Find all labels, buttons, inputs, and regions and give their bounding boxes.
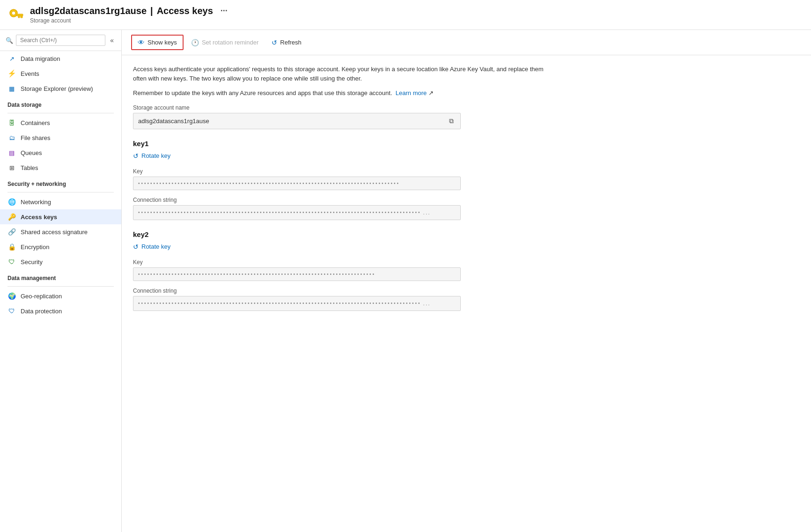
page-header: adlsg2datascans1rg1ause | Access keys ··… [0,0,811,30]
sidebar-label-encryption: Encryption [21,244,49,251]
copy-storage-account-name-button[interactable]: ⧉ [447,116,456,126]
sidebar-item-events[interactable]: ⚡ Events [0,66,121,81]
set-rotation-button[interactable]: 🕐 Set rotation reminder [185,36,264,49]
key-icon: 🔑 [7,213,16,221]
refresh-icon: ↺ [272,39,277,46]
security-networking-divider [7,192,114,192]
sidebar-label-tables: Tables [21,164,38,171]
description-text: Access keys authenticate your applicatio… [133,65,554,83]
sidebar-search-area: 🔍 « [0,30,121,51]
key1-key-masked: ••••••••••••••••••••••••••••••••••••••••… [138,181,400,186]
resource-type-label: Storage account [30,17,228,24]
resource-icon [7,7,24,23]
tables-icon: ⊞ [7,163,16,172]
key2-connection-string-field: ••••••••••••••••••••••••••••••••••••••••… [133,296,461,311]
lightning-icon: ⚡ [7,69,16,78]
set-rotation-label: Set rotation reminder [202,39,258,46]
storage-account-name-field: adlsg2datascans1rg1ause ⧉ [133,113,461,129]
sidebar-label-file-shares: File shares [21,134,51,141]
key1-rotate-button[interactable]: ↺ Rotate key [133,150,170,162]
data-management-section-label: Data management [0,269,121,284]
show-keys-label: Show keys [147,39,177,46]
sidebar-label-storage-explorer: Storage Explorer (preview) [21,85,93,92]
key2-title: key2 [133,230,800,238]
key1-key-field: ••••••••••••••••••••••••••••••••••••••••… [133,177,461,190]
sidebar-item-tables[interactable]: ⊞ Tables [0,160,121,175]
sidebar-item-networking[interactable]: 🌐 Networking [0,194,121,209]
sidebar-label-data-protection: Data protection [21,308,62,315]
sidebar-item-shared-access-signature[interactable]: 🔗 Shared access signature [0,224,121,239]
access-keys-content: Access keys authenticate your applicatio… [122,55,811,320]
containers-icon: 🗄 [7,118,16,127]
storage-account-name-value: adlsg2datascans1rg1ause [138,118,447,125]
search-input[interactable] [16,35,105,46]
sidebar-item-queues[interactable]: ▤ Queues [0,145,121,160]
key1-title: key1 [133,140,800,148]
key2-connection-string-label: Connection string [133,288,800,294]
learn-more-link[interactable]: Learn more [396,89,427,96]
rotate-key2-icon: ↺ [133,243,139,251]
sidebar-item-access-keys[interactable]: 🔑 Access keys [0,209,121,224]
sidebar-item-data-migration[interactable]: ↗ Data migration [0,51,121,66]
protection-icon: 🛡 [7,307,16,315]
sidebar-collapse-button[interactable]: « [108,35,116,46]
rotate-key1-icon: ↺ [133,152,139,160]
sidebar-item-containers[interactable]: 🗄 Containers [0,115,121,130]
sidebar-label-events: Events [21,70,39,77]
description-reminder: Remember to update the keys with any Azu… [133,89,554,98]
toolbar: 👁 Show keys 🕐 Set rotation reminder ↺ Re… [122,30,811,55]
refresh-button[interactable]: ↺ Refresh [266,36,307,49]
more-options-button[interactable]: ··· [221,6,228,16]
main-layout: 🔍 « ↗ Data migration ⚡ Events ▦ Storage … [0,30,811,532]
sidebar-label-queues: Queues [21,149,42,156]
refresh-label: Refresh [280,39,302,46]
key1-connection-masked: ••••••••••••••••••••••••••••••••••••••••… [138,210,421,215]
encryption-icon: 🔒 [7,243,16,251]
data-storage-divider [7,113,114,113]
key2-key-field: ••••••••••••••••••••••••••••••••••••••••… [133,267,461,281]
main-content: 👁 Show keys 🕐 Set rotation reminder ↺ Re… [122,30,811,532]
key2-rotate-button[interactable]: ↺ Rotate key [133,241,170,252]
geo-icon: 🌍 [7,292,16,300]
search-icon: 🔍 [6,37,13,44]
queues-icon: ▤ [7,148,16,157]
svg-point-1 [12,11,15,15]
sidebar-label-networking: Networking [21,199,51,206]
data-storage-section-label: Data storage [0,96,121,111]
security-networking-section-label: Security + networking [0,175,121,190]
sidebar-label-containers: Containers [21,119,50,126]
key1-rotate-label: Rotate key [141,152,170,159]
clock-icon: 🕐 [191,39,199,46]
key1-connection-string-label: Connection string [133,197,800,203]
sidebar-label-data-migration: Data migration [21,55,60,62]
sidebar-item-data-protection[interactable]: 🛡 Data protection [0,303,121,318]
file-shares-icon: 🗂 [7,133,16,142]
sidebar: 🔍 « ↗ Data migration ⚡ Events ▦ Storage … [0,30,122,532]
svg-rect-2 [16,14,23,16]
key2-rotate-label: Rotate key [141,243,170,250]
storage-account-name-label: Storage account name [133,104,800,111]
key2-key-label: Key [133,259,800,266]
main-title: adlsg2datascans1rg1ause | Access keys ··… [30,6,228,16]
explorer-icon: ▦ [7,84,16,93]
header-title-group: adlsg2datascans1rg1ause | Access keys ··… [30,6,228,24]
shared-icon: 🔗 [7,228,16,236]
networking-icon: 🌐 [7,198,16,206]
sidebar-label-shared-access-signature: Shared access signature [21,229,88,236]
svg-rect-3 [21,16,22,18]
key2-connection-masked: ••••••••••••••••••••••••••••••••••••••••… [138,301,421,306]
show-keys-button[interactable]: 👁 Show keys [131,35,184,50]
key1-connection-string-field: ••••••••••••••••••••••••••••••••••••••••… [133,205,461,220]
sidebar-item-security[interactable]: 🛡 Security [0,254,121,269]
sidebar-label-security: Security [21,259,43,266]
sidebar-item-geo-replication[interactable]: 🌍 Geo-replication [0,288,121,303]
security-icon: 🛡 [7,258,16,266]
key1-key-label: Key [133,168,800,175]
svg-rect-4 [18,16,20,18]
sidebar-item-storage-explorer[interactable]: ▦ Storage Explorer (preview) [0,81,121,96]
data-management-divider [7,286,114,287]
sidebar-item-encryption[interactable]: 🔒 Encryption [0,239,121,254]
eye-icon: 👁 [138,38,145,46]
sidebar-item-file-shares[interactable]: 🗂 File shares [0,130,121,145]
arrow-icon: ↗ [7,54,16,63]
